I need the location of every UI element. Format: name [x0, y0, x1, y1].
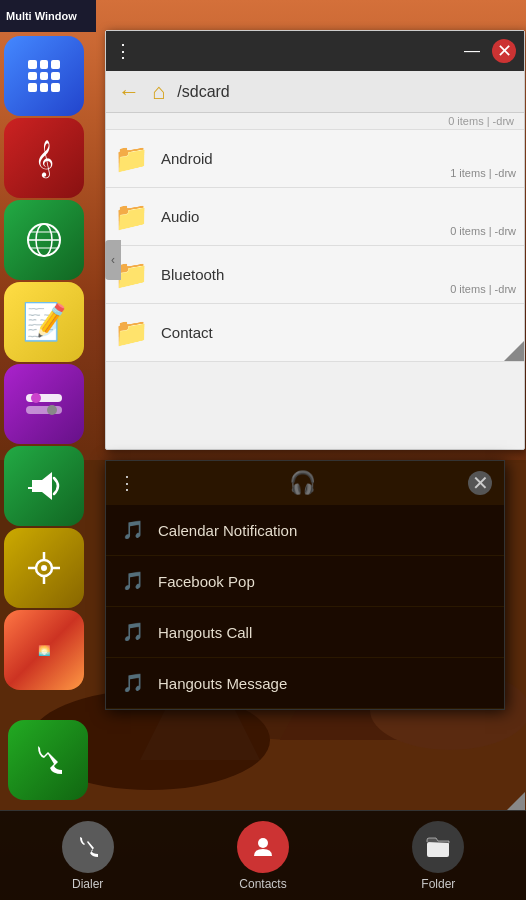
app-icon-voice-search[interactable] [4, 36, 84, 116]
collapse-arrow-icon: ‹ [111, 253, 115, 267]
dialer-icon [75, 834, 101, 860]
toggle-svg [26, 392, 62, 416]
sp-item-hangouts-message[interactable]: 🎵 Hangouts Message [106, 658, 504, 709]
nav-item-folder[interactable]: Folder [388, 821, 488, 891]
folder-name-contact: Contact [161, 324, 516, 341]
folder-item-bluetooth[interactable]: 📁 Bluetooth 0 items | -drw [106, 246, 524, 304]
sp-menu-dots[interactable]: ⋮ [118, 472, 136, 494]
svg-point-22 [258, 838, 268, 848]
folder-icon [425, 834, 451, 860]
fm-folder-list: 📁 Android 1 items | -drw 📁 Audio 0 items… [106, 130, 524, 362]
folder-info-audio: Audio [161, 208, 516, 225]
notes-icon: 📝 [22, 301, 67, 343]
folder-name-android: Android [161, 150, 516, 167]
folder-name-bluetooth: Bluetooth [161, 266, 516, 283]
sp-item-hangouts-call[interactable]: 🎵 Hangouts Call [106, 607, 504, 658]
folder-meta-android: 1 items | -drw [450, 167, 516, 179]
folder-info-android: Android [161, 150, 516, 167]
fm-top-meta: 0 items | -drw [106, 113, 524, 130]
file-manager-window: ⋮ — ✕ ← ⌂ /sdcard 0 items | -drw 📁 Andro… [105, 30, 525, 450]
folder-icon-contact: 📁 [114, 316, 149, 349]
nav-dialer-icon-wrap [62, 821, 114, 873]
folder-item-audio[interactable]: 📁 Audio 0 items | -drw [106, 188, 524, 246]
multi-window-bar: Multi Window [0, 0, 96, 32]
folder-info-contact: Contact [161, 324, 516, 341]
sp-label-facebook: Facebook Pop [158, 573, 255, 590]
svg-point-14 [47, 405, 57, 415]
svg-rect-23 [427, 842, 449, 857]
svg-marker-15 [32, 472, 52, 500]
sp-item-facebook[interactable]: 🎵 Facebook Pop [106, 556, 504, 607]
sp-titlebar: ⋮ 🎧 ✕ [106, 461, 504, 505]
tools-svg [26, 550, 62, 586]
fm-home-button[interactable]: ⌂ [152, 79, 165, 105]
fm-titlebar: ⋮ — ✕ [106, 31, 524, 71]
sidebar: 𝄞 📝 [0, 0, 96, 900]
sound-picker-resize-handle [507, 792, 525, 810]
fm-close-button[interactable]: ✕ [492, 39, 516, 63]
globe-svg [24, 220, 64, 260]
nav-item-contacts[interactable]: Contacts [213, 821, 313, 891]
sp-headphones-icon: 🎧 [289, 470, 316, 496]
nav-label-dialer: Dialer [72, 877, 103, 891]
nav-folder-icon-wrap [412, 821, 464, 873]
svg-point-17 [41, 565, 47, 571]
sp-label-hangouts-message: Hangouts Message [158, 675, 287, 692]
phone-svg [30, 742, 66, 778]
folder-item-contact[interactable]: 📁 Contact [106, 304, 524, 362]
sp-label-hangouts-call: Hangouts Call [158, 624, 252, 641]
sp-item-calendar[interactable]: 🎵 Calendar Notification [106, 505, 504, 556]
folder-meta-bluetooth: 0 items | -drw [450, 283, 516, 295]
app-icon-volume[interactable] [4, 446, 84, 526]
folder-name-audio: Audio [161, 208, 516, 225]
fm-back-button[interactable]: ← [118, 79, 140, 105]
contacts-icon [250, 834, 276, 860]
app-icon-photo[interactable]: 🌅 [4, 610, 84, 690]
collapse-indicator [504, 341, 524, 361]
sp-music-icon-hangouts-message: 🎵 [122, 672, 144, 694]
folder-info-bluetooth: Bluetooth [161, 266, 516, 283]
fm-collapse-handle[interactable]: ‹ [105, 240, 121, 280]
fm-minimize-button[interactable]: — [464, 42, 480, 60]
sp-label-calendar: Calendar Notification [158, 522, 297, 539]
app-icon-tools[interactable] [4, 528, 84, 608]
app-icon-call[interactable] [8, 720, 88, 800]
fm-menu-button[interactable]: ⋮ [114, 40, 132, 62]
sp-music-icon-calendar: 🎵 [122, 519, 144, 541]
fm-toolbar: ← ⌂ /sdcard [106, 71, 524, 113]
fm-window-controls: — ✕ [464, 39, 516, 63]
folder-item-android[interactable]: 📁 Android 1 items | -drw [106, 130, 524, 188]
nav-item-dialer[interactable]: Dialer [38, 821, 138, 891]
app-icon-music[interactable]: 𝄞 [4, 118, 84, 198]
sp-music-icon-hangouts-call: 🎵 [122, 621, 144, 643]
sp-close-button[interactable]: ✕ [468, 471, 492, 495]
app-icon-globe[interactable] [4, 200, 84, 280]
call-button-sidebar[interactable] [8, 720, 88, 800]
app-icon-notes[interactable]: 📝 [4, 282, 84, 362]
nav-label-contacts: Contacts [239, 877, 286, 891]
folder-icon-android: 📁 [114, 142, 149, 175]
nav-contacts-icon-wrap [237, 821, 289, 873]
bottom-nav: Dialer Contacts Folder [0, 810, 526, 900]
folder-icon-audio: 📁 [114, 200, 149, 233]
fm-current-path: /sdcard [177, 83, 229, 101]
grid-dots-icon [28, 60, 60, 92]
volume-svg [24, 466, 64, 506]
photo-placeholder: 🌅 [38, 645, 50, 656]
folder-meta-audio: 0 items | -drw [450, 225, 516, 237]
sound-picker-window: ⋮ 🎧 ✕ 🎵 Calendar Notification 🎵 Facebook… [105, 460, 505, 710]
sp-music-icon-facebook: 🎵 [122, 570, 144, 592]
nav-label-folder: Folder [421, 877, 455, 891]
sidebar-apps: 𝄞 📝 [0, 32, 96, 694]
app-icon-toggle[interactable] [4, 364, 84, 444]
multi-window-label: Multi Window [6, 10, 77, 22]
music-note-icon: 𝄞 [35, 140, 54, 177]
svg-point-13 [31, 393, 41, 403]
